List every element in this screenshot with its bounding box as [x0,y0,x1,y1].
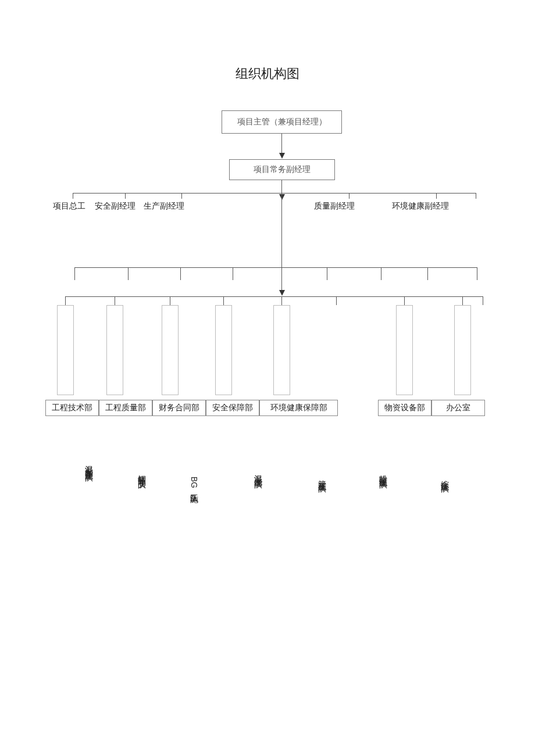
dept-label: 财务合同部 [159,403,199,412]
box-executive-deputy: 项目常务副经理 [229,159,335,180]
connector [65,296,66,305]
connector [128,267,129,280]
dept-label: 办公室 [446,403,470,412]
team-bg-construction: BG施工队 [189,476,199,488]
connector [115,296,115,305]
connector [170,296,170,305]
connector [73,193,73,199]
connector [381,267,381,280]
deputy-env-health: 环境健康副经理 [392,201,449,212]
dept-label: 环境健康保障部 [270,403,327,412]
connector [436,193,437,199]
tallbox-4 [215,305,232,395]
team-general: 综合施工队 [440,474,450,479]
dept-safety: 安全保障部 [206,400,259,416]
connector [462,296,463,305]
connector [180,267,181,280]
box-project-supervisor: 项目主管（兼项目经理） [222,110,342,134]
connector [65,296,483,297]
dept-label: 安全保障部 [212,403,253,412]
dept-label: 物资设备部 [384,403,425,412]
connector [336,296,337,305]
connector [427,267,428,280]
connector [281,267,282,291]
team-pipe-pile: 管桩施工队 [317,474,327,479]
connector [476,193,476,199]
deputy-safety: 安全副经理 [95,201,135,212]
dept-finance-contract: 财务合同部 [152,400,206,416]
connector [281,296,282,305]
team-concrete-prep: 混凝土制备施工队 [84,459,94,468]
connector [181,193,182,199]
connector [233,267,233,280]
connector [483,296,483,305]
dept-office: 办公室 [431,400,485,416]
dept-engineering-tech: 工程技术部 [45,400,99,416]
team-powder-pile: 粉喷桩施工队 [378,468,388,475]
dept-materials-equipment: 物资设备部 [378,400,431,416]
dept-label: 工程质量部 [105,403,146,412]
dept-engineering-quality: 工程质量部 [99,400,152,416]
tallbox-3 [162,305,179,395]
tallbox-7 [454,305,471,395]
label-executive-deputy: 项目常务副经理 [254,164,311,175]
connector [281,193,282,267]
org-chart: 组织机构图 项目主管（兼项目经理） 项目常务副经理 项目总工 安全副经理 生产副… [0,0,535,756]
connector [477,267,477,280]
page-title: 组织机构图 [0,65,535,83]
connector [73,193,476,194]
arrowhead-icon [279,153,285,159]
dept-label: 工程技术部 [52,403,92,412]
connector [404,296,405,305]
connector [327,267,327,280]
connector [74,267,75,280]
connector [349,193,349,199]
arrowhead-icon [279,290,285,296]
tallbox-2 [106,305,123,395]
team-rebar-cage: 钢筋笼制安队 [137,468,147,475]
connector [223,296,224,305]
connector [74,267,477,268]
team-concrete-pour: 混凝土浇灌队 [253,468,263,475]
dept-env-health: 环境健康保障部 [259,400,338,416]
deputy-chief-engineer: 项目总工 [53,201,85,212]
connector [125,193,126,199]
tallbox-1 [57,305,74,395]
deputy-quality: 质量副经理 [314,201,355,212]
deputy-production: 生产副经理 [144,201,184,212]
tallbox-5 [273,305,290,395]
tallbox-6 [396,305,413,395]
connector [281,134,282,153]
label-project-supervisor: 项目主管（兼项目经理） [237,117,327,127]
